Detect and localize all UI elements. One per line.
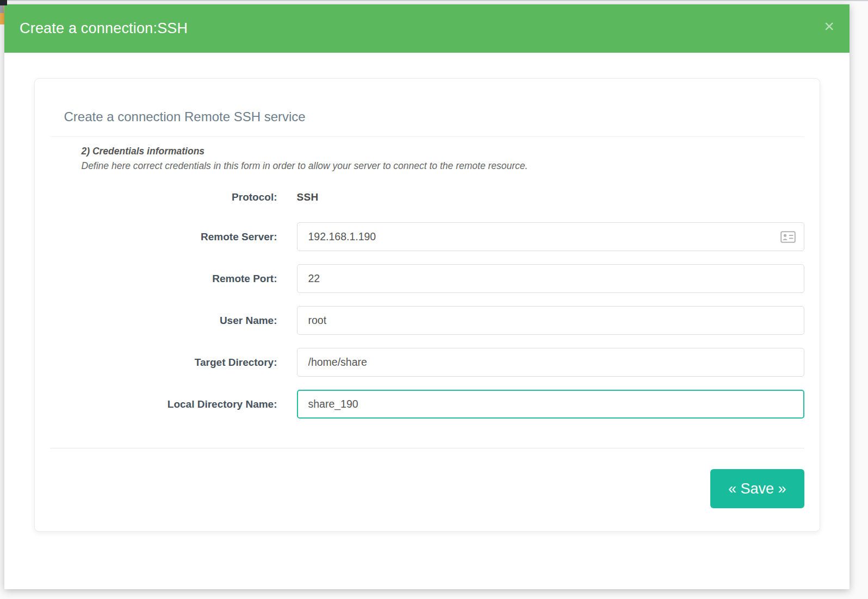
local-directory-name-label: Local Directory Name: (50, 398, 277, 410)
form-footer: « Save » (50, 469, 804, 508)
form-row-local-directory-name: Local Directory Name: (50, 390, 804, 419)
remote-server-input-wrap (297, 222, 804, 251)
close-icon[interactable]: × (824, 17, 834, 35)
form-row-remote-port: Remote Port: (50, 264, 804, 293)
background-horizontal-rule (0, 0, 868, 1)
modal-header: Create a connection:SSH × (4, 4, 850, 53)
form-row-protocol: Protocol: SSH (50, 191, 804, 203)
connection-form-panel: Create a connection Remote SSH service 2… (34, 78, 820, 532)
remote-port-input-wrap (297, 264, 804, 293)
form-row-target-directory: Target Directory: (50, 348, 804, 377)
remote-port-label: Remote Port: (50, 273, 277, 285)
protocol-label: Protocol: (50, 191, 277, 203)
local-directory-name-input-wrap (297, 390, 804, 419)
user-name-input[interactable] (297, 306, 804, 335)
create-connection-modal: Create a connection:SSH × Create a conne… (4, 4, 850, 589)
local-directory-name-input[interactable] (297, 390, 804, 419)
modal-title: Create a connection:SSH (20, 20, 188, 37)
connection-form: Protocol: SSH Remote Server: (50, 191, 804, 419)
form-row-user-name: User Name: (50, 306, 804, 335)
credentials-section-description: Define here correct credentials in this … (82, 160, 804, 172)
credentials-section-title: 2) Credentials informations (82, 146, 804, 157)
protocol-value: SSH (297, 191, 804, 203)
target-directory-input[interactable] (297, 348, 804, 377)
remote-server-input[interactable] (297, 222, 804, 251)
remote-server-label: Remote Server: (50, 231, 277, 243)
remote-port-input[interactable] (297, 264, 804, 293)
target-directory-input-wrap (297, 348, 804, 377)
address-card-icon (780, 231, 796, 243)
background-artifact (0, 0, 7, 5)
target-directory-label: Target Directory: (50, 357, 277, 369)
form-footer-divider (50, 448, 804, 448)
form-row-remote-server: Remote Server: (50, 222, 804, 251)
user-name-label: User Name: (50, 315, 277, 327)
panel-heading: Create a connection Remote SSH service (50, 94, 804, 137)
user-name-input-wrap (297, 306, 804, 335)
save-button[interactable]: « Save » (710, 469, 804, 508)
